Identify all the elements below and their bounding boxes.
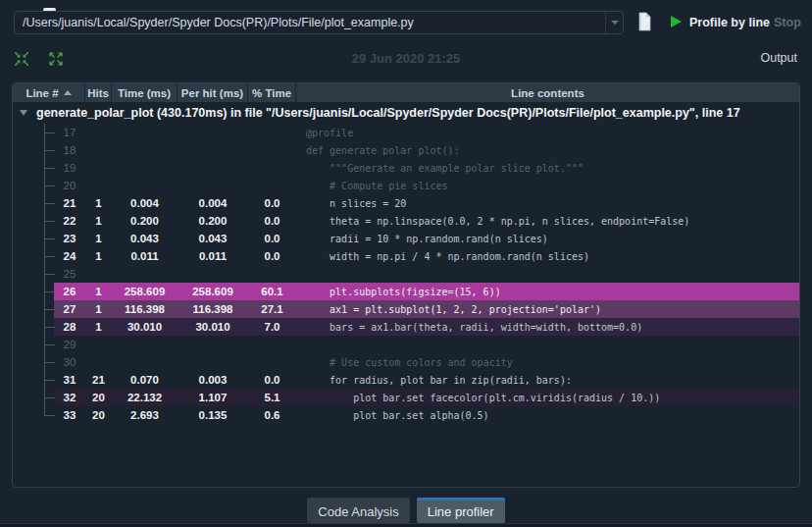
profiler-row-line-21[interactable]: 2110.0040.0040.0 n_slices = 20 (13, 194, 799, 212)
profiler-row-line-18[interactable]: 18def generate_polar_plot(): (13, 141, 799, 159)
tree-branch (13, 353, 54, 371)
profiler-row-line-22[interactable]: 2210.2000.2000.0 theta = np.linspace(0.0… (13, 212, 799, 230)
column-header-percent-time[interactable]: % Time (248, 83, 296, 102)
file-path-combobox[interactable] (14, 11, 624, 34)
profiler-row-line-19[interactable]: 19 """Generate an example polar slice pl… (13, 159, 799, 177)
profiler-table: Line # Hits Time (ms) Per hit (ms) % Tim… (12, 82, 800, 488)
column-header-line[interactable]: Line # (13, 83, 85, 102)
profiler-row-line-28[interactable]: 28130.01030.0107.0 bars = ax1.bar(theta,… (13, 318, 799, 336)
stop-button[interactable]: Stop (774, 11, 801, 34)
tree-branch (13, 406, 54, 424)
play-icon[interactable] (671, 16, 682, 27)
line-contents-code: plot_bar.set_alpha(0.5) (296, 410, 799, 421)
row-band: 31210.0700.0030.0 for radius, plot_bar i… (54, 371, 799, 389)
line-number: 30 (54, 356, 85, 368)
line-number: 28 (54, 321, 85, 333)
per-hit-ms-value: 0.003 (178, 374, 248, 386)
collapse-expander-icon[interactable] (20, 110, 27, 116)
line-number: 33 (54, 409, 85, 421)
line-number: 24 (54, 250, 85, 262)
tree-branch (13, 177, 54, 194)
function-root-row[interactable]: generate_polar_plot (430.170ms) in file … (13, 102, 799, 124)
line-number: 32 (54, 392, 85, 403)
line-contents-code: @profile (296, 128, 799, 138)
profiler-row-line-29[interactable]: 29 (13, 336, 799, 353)
line-contents-code: width = np.pi / 4 * np.random.rand(n_sli… (296, 251, 799, 262)
file-path-input[interactable] (15, 16, 605, 29)
line-number: 21 (54, 197, 85, 209)
line-contents-code: ax1 = plt.subplot(1, 2, 2, projection='p… (296, 304, 799, 315)
row-band: 29 (54, 336, 799, 353)
profiler-row-line-26[interactable]: 261258.609258.60960.1 plt.subplots(figsi… (13, 283, 799, 300)
secondary-toolbar: 29 Jun 2020 21:25 Output (0, 44, 812, 76)
percent-time-value: 0.6 (248, 409, 296, 421)
per-hit-ms-value: 1.107 (178, 392, 248, 403)
row-band: 2310.0430.0430.0 radii = 10 * np.random.… (54, 230, 799, 247)
line-number: 26 (54, 286, 85, 297)
line-number: 25 (54, 268, 85, 280)
tree-branch (13, 283, 54, 300)
row-band: 25 (54, 265, 799, 283)
percent-time-value: 0.0 (248, 215, 296, 227)
time-ms-value: 116.398 (112, 303, 178, 315)
row-band: 2210.2000.2000.0 theta = np.linspace(0.0… (54, 212, 799, 230)
profiler-row-line-17[interactable]: 17@profile (13, 124, 799, 141)
select-file-button[interactable] (636, 12, 652, 35)
profiler-row-line-33[interactable]: 33202.6930.1350.6 plot_bar.set_alpha(0.5… (13, 406, 799, 424)
profiler-row-line-23[interactable]: 2310.0430.0430.0 radii = 10 * np.random.… (13, 230, 799, 247)
output-label[interactable]: Output (760, 51, 797, 65)
tree-branch (13, 265, 54, 283)
row-band: 33202.6930.1350.6 plot_bar.set_alpha(0.5… (54, 406, 799, 424)
line-number: 19 (54, 162, 85, 174)
profiler-row-line-31[interactable]: 31210.0700.0030.0 for radius, plot_bar i… (13, 371, 799, 389)
time-ms-value: 30.010 (112, 321, 178, 333)
line-number: 29 (54, 339, 85, 350)
column-header-per-hit[interactable]: Per hit (ms) (178, 83, 248, 102)
line-contents-code: theta = np.linspace(0.0, 2 * np.pi, n_sl… (296, 216, 799, 227)
profiler-row-line-32[interactable]: 322022.1321.1075.1 plot_bar.set_facecolo… (13, 389, 799, 406)
line-contents-code: radii = 10 * np.random.rand(n_slices) (296, 234, 799, 244)
hits-value: 1 (85, 286, 112, 297)
time-ms-value: 0.004 (112, 197, 178, 209)
line-contents-code: plot_bar.set_facecolor(plt.cm.viridis(ra… (296, 393, 799, 403)
tree-branch (13, 371, 54, 389)
bottom-edge-bar (0, 523, 812, 527)
line-contents-code: for radius, plot_bar in zip(radii, bars)… (296, 375, 799, 386)
tree-branch (13, 247, 54, 265)
profiler-row-line-25[interactable]: 25 (13, 265, 799, 283)
time-ms-value: 0.043 (112, 233, 178, 244)
column-header-line-contents[interactable]: Line contents (296, 83, 799, 102)
tree-branch (13, 194, 54, 212)
profiler-row-line-20[interactable]: 20 # Compute pie slices (13, 177, 799, 194)
column-header-hits[interactable]: Hits (85, 83, 112, 102)
time-ms-value: 0.011 (112, 250, 178, 262)
row-band: 2110.0040.0040.0 n_slices = 20 (54, 194, 799, 212)
row-band: 261258.609258.60960.1 plt.subplots(figsi… (54, 283, 799, 300)
row-band: 30 # Use custom colors and opacity (54, 353, 799, 371)
column-header-time[interactable]: Time (ms) (112, 83, 178, 102)
combobox-dropdown-button[interactable] (605, 12, 623, 33)
hits-value: 1 (85, 250, 112, 262)
file-icon (636, 12, 652, 31)
hits-value: 21 (85, 374, 112, 386)
line-number: 18 (54, 144, 85, 156)
hits-value: 1 (85, 197, 112, 209)
hits-value: 20 (85, 409, 112, 421)
tab-code-analysis[interactable]: Code Analysis (307, 498, 409, 523)
percent-time-value: 27.1 (248, 303, 296, 315)
tree-branch (13, 336, 54, 353)
row-band: 17@profile (54, 124, 799, 141)
line-contents-code: # Compute pie slices (296, 181, 799, 191)
chevron-down-icon (611, 21, 619, 25)
line-number: 27 (54, 303, 85, 315)
per-hit-ms-value: 0.043 (178, 233, 248, 244)
line-number: 31 (54, 374, 85, 386)
line-contents-code: plt.subplots(figsize=(15, 6)) (296, 287, 799, 297)
profile-timestamp: 29 Jun 2020 21:25 (0, 51, 812, 66)
profiler-row-line-24[interactable]: 2410.0110.0110.0 width = np.pi / 4 * np.… (13, 247, 799, 265)
profile-by-line-button[interactable]: Profile by line (689, 11, 770, 34)
tab-line-profiler[interactable]: Line profiler (417, 498, 505, 523)
profiler-row-line-27[interactable]: 271116.398116.39827.1 ax1 = plt.subplot(… (13, 300, 799, 318)
profiler-row-line-30[interactable]: 30 # Use custom colors and opacity (13, 353, 799, 371)
time-ms-value: 22.132 (112, 392, 178, 403)
